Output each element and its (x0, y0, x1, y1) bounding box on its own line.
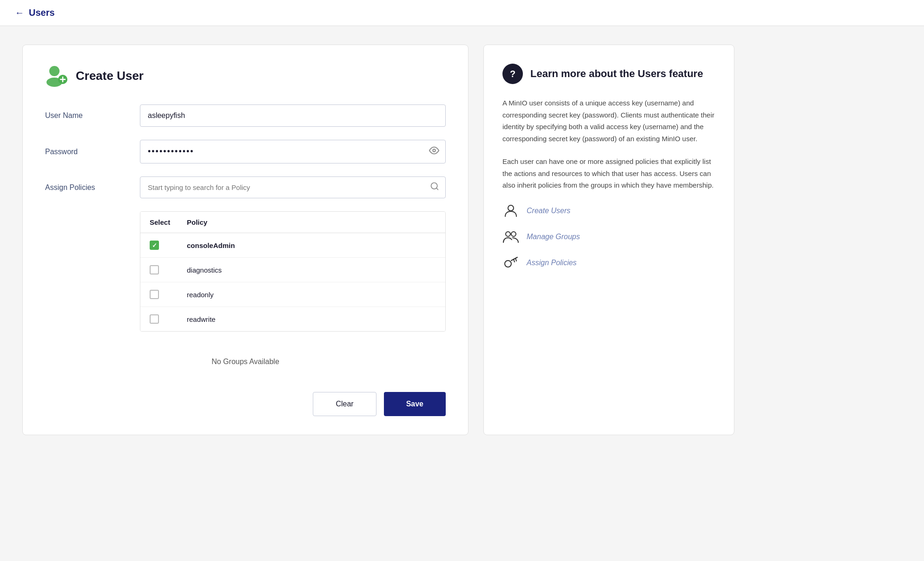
table-row: readwrite (140, 307, 445, 331)
policy-checkbox-readwrite[interactable] (150, 314, 159, 324)
policy-checkbox-consoleadmin[interactable] (150, 241, 159, 250)
search-icon (430, 182, 439, 193)
table-row: consoleAdmin (140, 233, 445, 258)
svg-point-11 (505, 261, 511, 267)
policy-search-input[interactable] (140, 176, 446, 198)
svg-point-10 (511, 232, 516, 236)
policy-search-wrapper (140, 176, 446, 198)
form-buttons: Clear Save (45, 385, 446, 416)
manage-groups-link-label: Manage Groups (527, 233, 580, 241)
password-input[interactable] (140, 140, 446, 163)
table-row: readonly (140, 282, 445, 307)
username-label: User Name (45, 111, 129, 120)
help-link-assign-policies[interactable]: Assign Policies (502, 254, 715, 271)
no-groups-message: No Groups Available (45, 346, 446, 377)
svg-point-5 (433, 149, 436, 152)
svg-line-13 (515, 258, 516, 261)
help-header: ? Learn more about the Users feature (502, 64, 715, 84)
user-icon (502, 202, 519, 219)
col-select: Select (150, 218, 187, 226)
password-label: Password (45, 148, 129, 156)
password-row: Password (45, 140, 446, 163)
assign-policies-link-label: Assign Policies (527, 259, 577, 267)
username-row: User Name (45, 104, 446, 127)
assign-policies-row: Assign Policies (45, 176, 446, 198)
assign-policies-label: Assign Policies (45, 183, 129, 192)
page-title: Users (29, 7, 55, 18)
svg-line-14 (514, 259, 515, 262)
save-button[interactable]: Save (384, 392, 446, 416)
policy-table: Select Policy consoleAdmin diagnostics r… (140, 211, 446, 332)
help-panel: ? Learn more about the Users feature A M… (483, 45, 734, 435)
policy-name: consoleAdmin (187, 241, 436, 249)
create-users-link-label: Create Users (527, 207, 570, 215)
page-header: ← Users (0, 0, 924, 26)
policy-table-header: Select Policy (140, 212, 445, 233)
user-add-icon (45, 64, 69, 88)
groups-icon (502, 228, 519, 245)
table-row: diagnostics (140, 258, 445, 282)
svg-point-0 (49, 66, 59, 76)
help-icon: ? (502, 64, 523, 84)
key-icon (502, 254, 519, 271)
help-links: Create Users Manage Groups (502, 202, 715, 271)
policy-checkbox-readonly[interactable] (150, 290, 159, 299)
svg-line-7 (436, 188, 438, 190)
policy-checkbox-diagnostics[interactable] (150, 265, 159, 274)
col-policy: Policy (187, 218, 436, 226)
username-input[interactable] (140, 104, 446, 127)
help-title: Learn more about the Users feature (530, 68, 703, 80)
svg-point-9 (506, 232, 510, 236)
policy-table-body[interactable]: consoleAdmin diagnostics readonly readwr… (140, 233, 445, 331)
help-link-create-users[interactable]: Create Users (502, 202, 715, 219)
policy-name: diagnostics (187, 266, 436, 274)
help-paragraph-1: A MinIO user consists of a unique access… (502, 97, 715, 144)
main-content: Create User User Name Password Assign (0, 26, 883, 454)
panel-title: Create User (76, 69, 144, 83)
policy-name: readonly (187, 291, 436, 299)
create-user-panel: Create User User Name Password Assign (22, 45, 469, 435)
back-button[interactable]: ← (15, 7, 24, 18)
help-link-manage-groups[interactable]: Manage Groups (502, 228, 715, 245)
panel-header: Create User (45, 64, 446, 88)
toggle-password-icon[interactable] (429, 145, 439, 158)
svg-point-8 (508, 205, 514, 211)
clear-button[interactable]: Clear (313, 392, 376, 416)
policy-name: readwrite (187, 315, 436, 323)
password-wrapper (140, 140, 446, 163)
help-paragraph-2: Each user can have one or more assigned … (502, 156, 715, 191)
